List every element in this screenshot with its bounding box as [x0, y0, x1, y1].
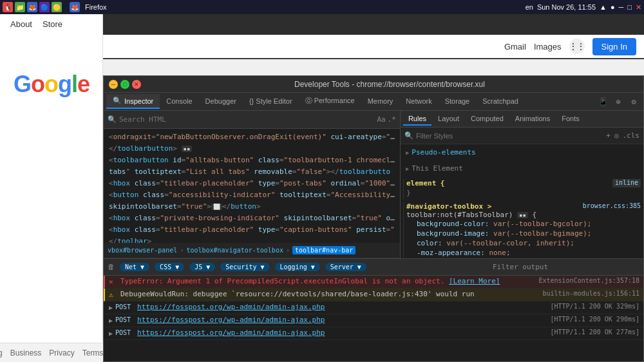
css-rule-close: } [406, 187, 641, 200]
trash-icon[interactable]: 🗑 [108, 263, 115, 271]
tree-line[interactable]: <button class="accessibility-indicator" … [104, 189, 400, 201]
tab-scratchpad[interactable]: Scratchpad [476, 95, 525, 109]
post-link-2[interactable]: https://fosspost.org/wp-admin/admin-ajax… [137, 316, 325, 324]
taskbar-app-3[interactable]: 🦊 [27, 2, 37, 12]
firefox-taskbar-label: Firefox [85, 3, 107, 11]
minimize-button[interactable]: ─ [109, 80, 118, 89]
images-link[interactable]: Images [534, 42, 562, 52]
network-label: Network [406, 97, 431, 105]
styles-tab-rules[interactable]: Rules [403, 113, 431, 126]
regex-btn[interactable]: .* [388, 115, 396, 124]
html-tree[interactable]: <ondragxit="newTabButtonObserver.onDragE… [104, 129, 400, 243]
tree-line[interactable]: </toolbarbutton> ▪▪ [104, 143, 400, 155]
taskbar-app-5[interactable]: 🟡 [52, 2, 62, 12]
tab-network[interactable]: Network [399, 95, 438, 109]
tree-line[interactable]: <toolbarbutton id="alltabs-button" class… [104, 155, 400, 166]
footer-terms[interactable]: Terms [82, 348, 104, 357]
picker-btn[interactable]: ◎ [614, 131, 619, 140]
post-label-1: POST [115, 303, 135, 310]
breadcrumb-item-1[interactable]: vbox#browser-panel [108, 247, 177, 254]
footer-advertising[interactable]: Advertising [0, 348, 3, 357]
post-link-3[interactable]: https://fosspost.org/wp-admin/admin-ajax… [137, 329, 325, 337]
css-toggle-btn[interactable]: .cls [623, 131, 640, 140]
filter-css[interactable]: CSS ▼ [155, 263, 184, 271]
css-selector-block: #navigator-toolbox > toolbar:not(#TabsTo… [406, 202, 536, 219]
learn-more-link[interactable]: [Learn More] [449, 277, 500, 285]
breadcrumb-item-2[interactable]: toolbox#navigator-toolbox [186, 247, 283, 254]
store-link[interactable]: Store [43, 19, 62, 29]
expand-icon-1[interactable]: ▶ [109, 304, 113, 311]
styles-filter-input[interactable] [416, 132, 602, 140]
settings-icon[interactable]: ⚙ [627, 95, 641, 109]
tree-line[interactable]: <hbox class="titlebar-placeholder" type=… [104, 178, 400, 189]
tab-style-editor[interactable]: {} Style Editor [243, 95, 299, 109]
filter-logging[interactable]: Logging ▼ [275, 263, 320, 271]
maximize-os-btn[interactable]: □ [627, 3, 632, 11]
filter-net[interactable]: Net ▼ [120, 263, 149, 271]
expand-icon-3[interactable]: ▶ [109, 330, 113, 337]
pick-element-icon[interactable]: ⊕ [611, 95, 625, 109]
breadcrumb-sep-1: › [180, 247, 184, 254]
tab-debugger[interactable]: Debugger [199, 95, 243, 109]
google-footer: Advertising Business Privacy Terms Setti… [0, 343, 103, 362]
warning-message-text: DebugeeWouldRun: debuggee `resource://de… [120, 290, 540, 298]
firefox-taskbar-icon[interactable]: 🦊 [70, 2, 80, 12]
tree-line[interactable]: skipintoolbarset="true">⬜</button> [104, 201, 400, 213]
system-tray: en Sun Nov 26, 11:55 ▲ ● ─ □ ✕ [526, 3, 641, 12]
footer-business[interactable]: Business [10, 348, 42, 357]
close-os-btn[interactable]: ✕ [636, 3, 641, 12]
responsive-view-icon[interactable]: 📱 [596, 95, 610, 109]
google-top-right: Gmail Images ⋮⋮ Sign In [103, 35, 644, 58]
breadcrumb-sep-2: › [286, 247, 290, 254]
css-selector: element { [406, 179, 445, 187]
pseudo-elements-header[interactable]: ▶ Pseudo-elements [403, 147, 641, 158]
tab-console[interactable]: Console [160, 95, 198, 109]
console-filter-input[interactable] [551, 263, 639, 271]
footer-privacy[interactable]: Privacy [49, 348, 74, 357]
tab-performance[interactable]: ⓪ Performance [299, 93, 361, 110]
post-url-3: https://fosspost.org/wp-admin/admin-ajax… [137, 329, 547, 337]
breadcrumb-active-item[interactable]: toolbar#nav-bar [292, 246, 355, 254]
css-close-brace: } [406, 189, 411, 197]
styles-content: ▶ Pseudo-elements ▶ This Element element… [401, 144, 643, 258]
filter-server[interactable]: Server ▼ [325, 263, 366, 271]
expand-icon-2[interactable]: ▶ [109, 317, 113, 324]
tree-line[interactable]: </toolbar> [104, 236, 400, 243]
html-search-input[interactable] [119, 115, 374, 124]
tab-memory[interactable]: Memory [361, 95, 400, 109]
about-link[interactable]: About [10, 19, 32, 29]
collapse-arrow-icon: ▶ [406, 149, 409, 156]
minimize-os-btn[interactable]: ─ [619, 3, 624, 11]
tree-line[interactable]: <ondragxit="newTabButtonObserver.onDragE… [104, 131, 400, 143]
maximize-button[interactable]: □ [120, 80, 129, 89]
tree-line[interactable]: <hbox class="private-browsing-indicator"… [104, 213, 400, 224]
tab-storage[interactable]: Storage [439, 95, 477, 109]
filter-js[interactable]: JS ▼ [189, 263, 215, 271]
styles-tab-computed[interactable]: Computed [466, 113, 509, 126]
gmail-link[interactable]: Gmail [504, 42, 526, 52]
styles-tab-layout[interactable]: Layout [433, 113, 464, 126]
devtools-panel: ─ □ ✕ Developer Tools - chrome://browser… [103, 75, 644, 362]
taskbar-app-1[interactable]: 🐧 [3, 2, 13, 12]
styles-tab-animations[interactable]: Animations [510, 113, 555, 126]
tree-line[interactable]: tabs" tooltiptext="List all tabs" remova… [104, 166, 400, 178]
close-button[interactable]: ✕ [132, 80, 141, 89]
filter-security[interactable]: Security ▼ [220, 263, 269, 271]
tree-line[interactable]: <hbox class="titlebar-placeholder" type=… [104, 224, 400, 236]
case-sensitive-btn[interactable]: Aa [377, 115, 385, 124]
google-apps-icon[interactable]: ⋮⋮ [569, 39, 585, 54]
post-link-1[interactable]: https://fosspost.org/wp-admin/admin-ajax… [137, 303, 325, 311]
performance-label: ⓪ Performance [305, 96, 355, 106]
taskbar-app-2[interactable]: 📁 [15, 2, 25, 12]
pseudo-label: Pseudo-elements [412, 148, 475, 157]
css-prop-color: color: var(--toolbar-color, inherit); [406, 238, 641, 248]
google-logo-area: Google [0, 58, 103, 98]
styles-tab-fonts[interactable]: Fonts [556, 113, 585, 126]
tab-inspector[interactable]: 🔍 Inspector [106, 94, 160, 109]
css-source-1[interactable]: browser.css:385 [583, 202, 641, 219]
google-signin-button[interactable]: Sign In [592, 38, 636, 55]
taskbar-app-4[interactable]: 🔵 [39, 2, 50, 12]
add-rule-btn[interactable]: + [606, 131, 611, 140]
css-prop-bg-color: background-color: var(--toolbar-bgcolor)… [406, 219, 641, 229]
lang-indicator: en [526, 3, 533, 11]
